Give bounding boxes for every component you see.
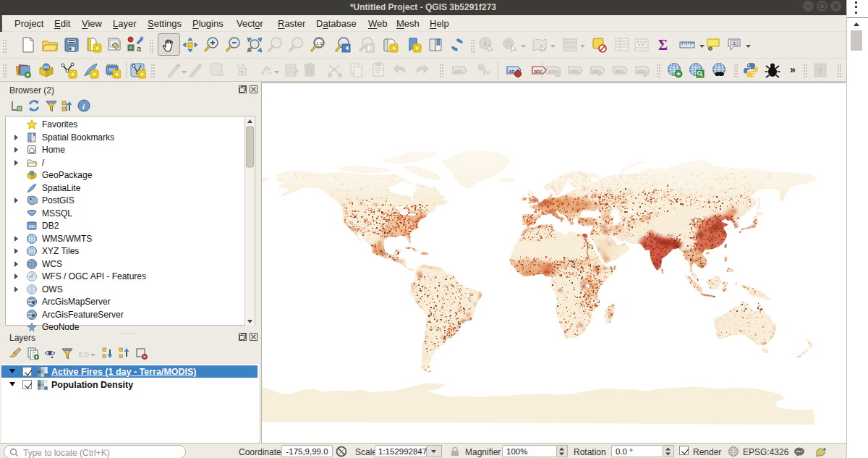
svg-text:✕: ✕ xyxy=(265,65,271,73)
svg-text:abc: abc xyxy=(454,68,463,75)
svg-text:1:1: 1:1 xyxy=(316,41,323,46)
svg-text:?: ? xyxy=(818,66,822,76)
svg-text:Σ: Σ xyxy=(658,37,668,53)
svg-text:ε: ε xyxy=(79,348,83,359)
svg-text:T: T xyxy=(733,41,736,46)
svg-text:ab: ab xyxy=(509,68,514,75)
svg-text:a: a xyxy=(137,44,142,53)
svg-text:DB2: DB2 xyxy=(28,224,36,229)
svg-text:abc: abc xyxy=(637,68,646,75)
